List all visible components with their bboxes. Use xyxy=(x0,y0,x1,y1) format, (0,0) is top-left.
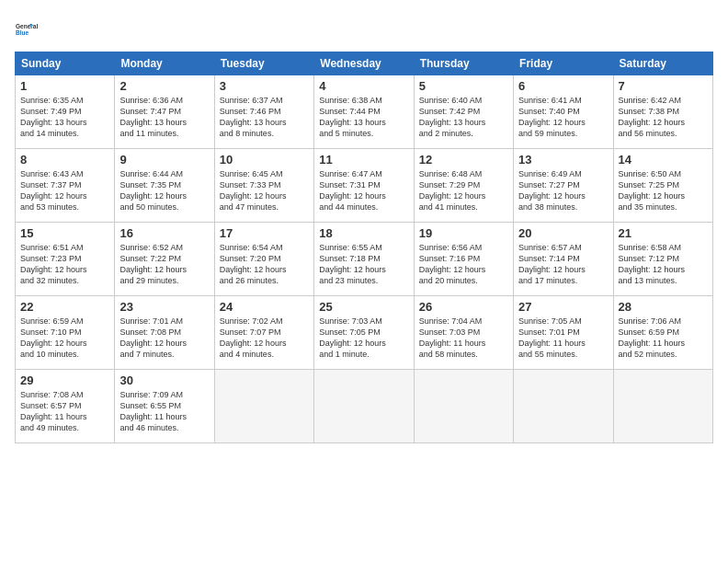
day-info: Sunrise: 6:40 AM Sunset: 7:42 PM Dayligh… xyxy=(419,95,508,140)
page: General Blue SundayMondayTuesdayWednesda… xyxy=(0,0,728,563)
day-number: 29 xyxy=(20,373,109,387)
calendar-cell xyxy=(314,370,414,443)
calendar-cell: 3Sunrise: 6:37 AM Sunset: 7:46 PM Daylig… xyxy=(214,75,313,149)
calendar-cell xyxy=(414,370,513,443)
calendar-cell: 4Sunrise: 6:38 AM Sunset: 7:44 PM Daylig… xyxy=(314,75,414,149)
calendar-cell: 25Sunrise: 7:03 AM Sunset: 7:05 PM Dayli… xyxy=(314,296,414,370)
day-number: 24 xyxy=(220,300,309,314)
day-number: 4 xyxy=(319,79,408,93)
calendar-cell: 2Sunrise: 6:36 AM Sunset: 7:47 PM Daylig… xyxy=(115,75,214,149)
calendar-cell: 1Sunrise: 6:35 AM Sunset: 7:49 PM Daylig… xyxy=(16,75,115,149)
calendar-cell: 11Sunrise: 6:47 AM Sunset: 7:31 PM Dayli… xyxy=(314,149,414,223)
day-number: 8 xyxy=(20,153,109,167)
calendar-cell: 15Sunrise: 6:51 AM Sunset: 7:23 PM Dayli… xyxy=(16,223,115,296)
calendar-cell: 17Sunrise: 6:54 AM Sunset: 7:20 PM Dayli… xyxy=(214,223,313,296)
day-info: Sunrise: 6:54 AM Sunset: 7:20 PM Dayligh… xyxy=(220,242,309,287)
day-info: Sunrise: 7:06 AM Sunset: 6:59 PM Dayligh… xyxy=(619,316,708,361)
day-info: Sunrise: 6:45 AM Sunset: 7:33 PM Dayligh… xyxy=(220,168,309,213)
day-info: Sunrise: 6:50 AM Sunset: 7:25 PM Dayligh… xyxy=(619,168,708,213)
col-header-saturday: Saturday xyxy=(613,52,712,75)
day-number: 28 xyxy=(619,300,708,314)
calendar-cell: 6Sunrise: 6:41 AM Sunset: 7:40 PM Daylig… xyxy=(514,75,613,149)
day-number: 20 xyxy=(518,226,608,240)
calendar-cell: 24Sunrise: 7:02 AM Sunset: 7:07 PM Dayli… xyxy=(214,296,313,370)
calendar-cell xyxy=(214,370,313,443)
week-row-5: 29Sunrise: 7:08 AM Sunset: 6:57 PM Dayli… xyxy=(16,370,713,443)
col-header-tuesday: Tuesday xyxy=(214,52,313,75)
week-row-3: 15Sunrise: 6:51 AM Sunset: 7:23 PM Dayli… xyxy=(16,223,713,296)
day-info: Sunrise: 7:09 AM Sunset: 6:55 PM Dayligh… xyxy=(119,389,209,434)
day-info: Sunrise: 6:35 AM Sunset: 7:49 PM Dayligh… xyxy=(20,95,109,140)
calendar-cell xyxy=(613,370,712,443)
calendar-cell: 18Sunrise: 6:55 AM Sunset: 7:18 PM Dayli… xyxy=(314,223,414,296)
calendar-cell: 29Sunrise: 7:08 AM Sunset: 6:57 PM Dayli… xyxy=(16,370,115,443)
svg-text:Blue: Blue xyxy=(16,29,28,36)
calendar-cell: 12Sunrise: 6:48 AM Sunset: 7:29 PM Dayli… xyxy=(414,149,513,223)
day-info: Sunrise: 7:01 AM Sunset: 7:08 PM Dayligh… xyxy=(119,316,209,361)
day-number: 9 xyxy=(119,153,209,167)
day-number: 6 xyxy=(518,79,608,93)
calendar-cell: 13Sunrise: 6:49 AM Sunset: 7:27 PM Dayli… xyxy=(514,149,613,223)
col-header-monday: Monday xyxy=(115,52,214,75)
day-info: Sunrise: 6:36 AM Sunset: 7:47 PM Dayligh… xyxy=(119,95,209,140)
day-number: 10 xyxy=(220,153,309,167)
logo-icon: General Blue xyxy=(15,15,42,42)
day-number: 18 xyxy=(319,226,408,240)
day-number: 27 xyxy=(518,300,608,314)
day-number: 11 xyxy=(319,153,408,167)
day-info: Sunrise: 7:08 AM Sunset: 6:57 PM Dayligh… xyxy=(20,389,109,434)
week-row-2: 8Sunrise: 6:43 AM Sunset: 7:37 PM Daylig… xyxy=(16,149,713,223)
calendar-cell: 23Sunrise: 7:01 AM Sunset: 7:08 PM Dayli… xyxy=(115,296,214,370)
week-row-1: 1Sunrise: 6:35 AM Sunset: 7:49 PM Daylig… xyxy=(16,75,713,149)
day-number: 14 xyxy=(619,153,708,167)
header: General Blue xyxy=(15,15,713,42)
day-info: Sunrise: 6:52 AM Sunset: 7:22 PM Dayligh… xyxy=(119,242,209,287)
day-info: Sunrise: 6:48 AM Sunset: 7:29 PM Dayligh… xyxy=(419,168,508,213)
calendar-table: SundayMondayTuesdayWednesdayThursdayFrid… xyxy=(15,52,713,443)
calendar-cell: 22Sunrise: 6:59 AM Sunset: 7:10 PM Dayli… xyxy=(16,296,115,370)
day-number: 2 xyxy=(119,79,209,93)
calendar-cell: 20Sunrise: 6:57 AM Sunset: 7:14 PM Dayli… xyxy=(514,223,613,296)
header-row: SundayMondayTuesdayWednesdayThursdayFrid… xyxy=(16,52,713,75)
day-info: Sunrise: 7:03 AM Sunset: 7:05 PM Dayligh… xyxy=(319,316,408,361)
day-number: 5 xyxy=(419,79,508,93)
day-number: 17 xyxy=(220,226,309,240)
col-header-friday: Friday xyxy=(514,52,613,75)
day-number: 16 xyxy=(119,226,209,240)
day-info: Sunrise: 6:58 AM Sunset: 7:12 PM Dayligh… xyxy=(619,242,708,287)
calendar-cell: 19Sunrise: 6:56 AM Sunset: 7:16 PM Dayli… xyxy=(414,223,513,296)
day-info: Sunrise: 6:59 AM Sunset: 7:10 PM Dayligh… xyxy=(20,316,109,361)
day-info: Sunrise: 6:56 AM Sunset: 7:16 PM Dayligh… xyxy=(419,242,508,287)
day-number: 23 xyxy=(119,300,209,314)
col-header-wednesday: Wednesday xyxy=(314,52,414,75)
day-info: Sunrise: 6:37 AM Sunset: 7:46 PM Dayligh… xyxy=(220,95,309,140)
day-number: 25 xyxy=(319,300,408,314)
calendar-cell xyxy=(514,370,613,443)
day-number: 3 xyxy=(220,79,309,93)
day-info: Sunrise: 6:51 AM Sunset: 7:23 PM Dayligh… xyxy=(20,242,109,287)
day-number: 22 xyxy=(20,300,109,314)
calendar-cell: 14Sunrise: 6:50 AM Sunset: 7:25 PM Dayli… xyxy=(613,149,712,223)
calendar-cell: 8Sunrise: 6:43 AM Sunset: 7:37 PM Daylig… xyxy=(16,149,115,223)
day-number: 1 xyxy=(20,79,109,93)
day-info: Sunrise: 6:41 AM Sunset: 7:40 PM Dayligh… xyxy=(518,95,608,140)
day-info: Sunrise: 7:04 AM Sunset: 7:03 PM Dayligh… xyxy=(419,316,508,361)
day-info: Sunrise: 6:38 AM Sunset: 7:44 PM Dayligh… xyxy=(319,95,408,140)
calendar-cell: 10Sunrise: 6:45 AM Sunset: 7:33 PM Dayli… xyxy=(214,149,313,223)
day-info: Sunrise: 6:47 AM Sunset: 7:31 PM Dayligh… xyxy=(319,168,408,213)
calendar-cell: 30Sunrise: 7:09 AM Sunset: 6:55 PM Dayli… xyxy=(115,370,214,443)
day-number: 7 xyxy=(619,79,708,93)
day-number: 12 xyxy=(419,153,508,167)
day-info: Sunrise: 6:57 AM Sunset: 7:14 PM Dayligh… xyxy=(518,242,608,287)
col-header-sunday: Sunday xyxy=(16,52,115,75)
col-header-thursday: Thursday xyxy=(414,52,513,75)
day-number: 19 xyxy=(419,226,508,240)
day-info: Sunrise: 6:55 AM Sunset: 7:18 PM Dayligh… xyxy=(319,242,408,287)
day-number: 21 xyxy=(619,226,708,240)
day-number: 30 xyxy=(119,373,209,387)
day-number: 26 xyxy=(419,300,508,314)
calendar-cell: 28Sunrise: 7:06 AM Sunset: 6:59 PM Dayli… xyxy=(613,296,712,370)
calendar-cell: 27Sunrise: 7:05 AM Sunset: 7:01 PM Dayli… xyxy=(514,296,613,370)
calendar-cell: 7Sunrise: 6:42 AM Sunset: 7:38 PM Daylig… xyxy=(613,75,712,149)
logo: General Blue xyxy=(15,15,42,42)
